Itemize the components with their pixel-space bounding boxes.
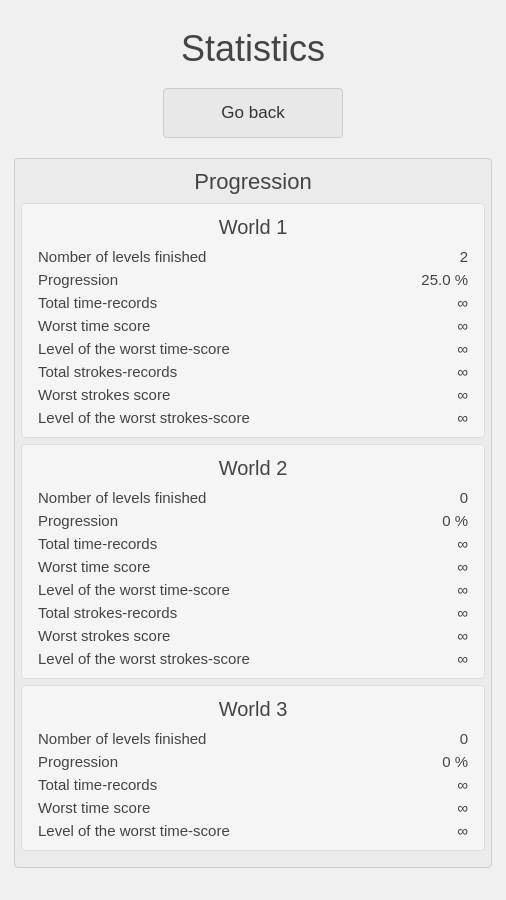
stat-value: ∞ xyxy=(428,363,468,380)
stat-label: Progression xyxy=(38,512,428,529)
stat-label: Nomber of levels finished xyxy=(38,489,428,506)
stat-row: Worst strokes score∞ xyxy=(34,383,472,406)
world-2-card: World 2Nomber of levels finished0Progres… xyxy=(21,444,485,679)
stat-value: ∞ xyxy=(428,650,468,667)
stat-row: Total strokes-records∞ xyxy=(34,360,472,383)
go-back-button[interactable]: Go back xyxy=(163,88,343,138)
stat-value: ∞ xyxy=(428,558,468,575)
stat-row: Total strokes-records∞ xyxy=(34,601,472,624)
stat-value: ∞ xyxy=(428,535,468,552)
stat-row: Nomber of levels finished0 xyxy=(34,486,472,509)
stat-row: Progression0 % xyxy=(34,509,472,532)
stat-value: ∞ xyxy=(428,294,468,311)
world-1-title: World 1 xyxy=(34,212,472,239)
stat-value: ∞ xyxy=(428,822,468,839)
stat-row: Level of the worst strokes-score∞ xyxy=(34,647,472,670)
stat-row: Worst time score∞ xyxy=(34,314,472,337)
stat-label: Nomber of levels finished xyxy=(38,730,428,747)
page-title: Statistics xyxy=(0,0,506,88)
stat-value: ∞ xyxy=(428,604,468,621)
stat-row: Level of the worst time-score∞ xyxy=(34,337,472,360)
stat-label: Worst time score xyxy=(38,317,428,334)
stat-row: Total time-records∞ xyxy=(34,291,472,314)
progression-card: Progression World 1Nomber of levels fini… xyxy=(14,158,492,868)
stat-value: ∞ xyxy=(428,386,468,403)
stat-value: ∞ xyxy=(428,776,468,793)
stat-row: Level of the worst strokes-score∞ xyxy=(34,406,472,429)
stat-label: Nomber of levels finished xyxy=(38,248,428,265)
stat-row: Level of the worst time-score∞ xyxy=(34,578,472,601)
stat-row: Nomber of levels finished2 xyxy=(34,245,472,268)
stat-row: Total time-records∞ xyxy=(34,773,472,796)
stat-value: 25.0 % xyxy=(421,271,468,288)
stat-label: Total time-records xyxy=(38,776,428,793)
stat-row: Worst strokes score∞ xyxy=(34,624,472,647)
stat-value: ∞ xyxy=(428,799,468,816)
stat-value: 0 % xyxy=(428,753,468,770)
stat-label: Total time-records xyxy=(38,535,428,552)
world-1-card: World 1Nomber of levels finished2Progres… xyxy=(21,203,485,438)
stat-label: Progression xyxy=(38,271,421,288)
stat-value: 0 xyxy=(428,730,468,747)
stat-value: ∞ xyxy=(428,627,468,644)
stat-row: Nomber of levels finished0 xyxy=(34,727,472,750)
stat-label: Total time-records xyxy=(38,294,428,311)
stat-label: Worst strokes score xyxy=(38,627,428,644)
world-3-card: World 3Nomber of levels finished0Progres… xyxy=(21,685,485,851)
stat-value: 0 % xyxy=(428,512,468,529)
stat-row: Progression25.0 % xyxy=(34,268,472,291)
stat-value: ∞ xyxy=(428,409,468,426)
progression-title: Progression xyxy=(21,169,485,195)
stat-label: Worst time score xyxy=(38,558,428,575)
stat-value: ∞ xyxy=(428,340,468,357)
stat-label: Level of the worst strokes-score xyxy=(38,409,428,426)
stat-label: Level of the worst strokes-score xyxy=(38,650,428,667)
stat-row: Worst time score∞ xyxy=(34,555,472,578)
stat-label: Total strokes-records xyxy=(38,604,428,621)
stat-value: ∞ xyxy=(428,581,468,598)
stat-row: Worst time score∞ xyxy=(34,796,472,819)
stat-label: Level of the worst time-score xyxy=(38,340,428,357)
stat-row: Level of the worst time-score∞ xyxy=(34,819,472,842)
stat-label: Worst time score xyxy=(38,799,428,816)
stat-row: Progression0 % xyxy=(34,750,472,773)
stat-value: 2 xyxy=(428,248,468,265)
stat-value: 0 xyxy=(428,489,468,506)
stat-label: Level of the worst time-score xyxy=(38,822,428,839)
stat-label: Total strokes-records xyxy=(38,363,428,380)
world-3-title: World 3 xyxy=(34,694,472,721)
stat-label: Worst strokes score xyxy=(38,386,428,403)
world-2-title: World 2 xyxy=(34,453,472,480)
stat-label: Progression xyxy=(38,753,428,770)
stat-value: ∞ xyxy=(428,317,468,334)
stat-row: Total time-records∞ xyxy=(34,532,472,555)
stat-label: Level of the worst time-score xyxy=(38,581,428,598)
